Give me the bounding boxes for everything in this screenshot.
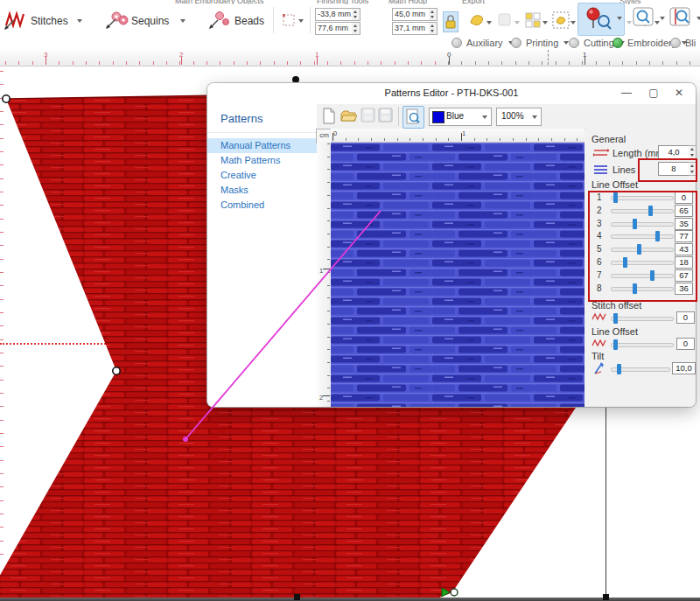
mode-status-icon [452, 38, 462, 48]
length-stepper[interactable] [689, 145, 696, 159]
node-edit-dropdown-icon[interactable] [298, 19, 304, 23]
machine-modes-bar: Auxiliary Printing Cutting Embroidery [0, 36, 700, 51]
selection-right-edge [606, 408, 606, 598]
sidebar-item[interactable]: Creative [207, 168, 317, 183]
pin-zoom-button[interactable] [578, 3, 625, 36]
mode-label: Auxiliary [466, 38, 503, 48]
size-height-stepper[interactable] [429, 22, 438, 35]
sidebar-item[interactable]: Masks [207, 183, 317, 198]
selection-corner-handle[interactable] [603, 594, 609, 600]
open-pattern-icon[interactable] [340, 108, 356, 124]
stitch-offset-slider[interactable] [611, 317, 674, 321]
beads-icon [208, 10, 233, 34]
sequins-icon [105, 10, 130, 34]
stitch-end-handle[interactable] [451, 589, 458, 596]
dialog-title-bar[interactable]: Patterns Editor - PTH-DKS-001 — ▢ ✕ [207, 83, 696, 105]
ruler-cursor-marker [548, 50, 549, 65]
preview-horizontal-ruler: 01 [331, 129, 584, 143]
position-y-stepper[interactable] [352, 22, 360, 35]
pattern-preview[interactable] [331, 143, 584, 407]
mode-status-icon [670, 38, 681, 48]
minimize-button[interactable]: — [613, 83, 640, 104]
preview-ruler-number: 1 [462, 129, 466, 137]
preview-vertical-ruler: 12 [317, 142, 332, 407]
line-offset2-icon [592, 339, 607, 349]
annotation-box-line-offset [588, 191, 697, 302]
node-handle[interactable] [3, 95, 10, 102]
machine-mode-toggle[interactable]: Bli [670, 36, 700, 50]
stitch-offset-field[interactable]: 0 [676, 311, 695, 324]
size-height-field[interactable]: 37,1 mm [392, 22, 430, 35]
line-offset2-section-label: Line Offset [592, 326, 638, 337]
node-edit-icon[interactable] [282, 13, 298, 31]
lines-label: Lines [612, 164, 635, 175]
mode-label: Bli [685, 38, 696, 48]
node-handle[interactable] [113, 367, 120, 374]
selection-top-handle[interactable] [292, 76, 299, 83]
slider-thumb[interactable] [613, 339, 618, 350]
stitches-dropdown-icon[interactable] [77, 19, 82, 23]
window-bottom-edge [0, 598, 700, 601]
machine-mode-toggle[interactable]: Printing [511, 36, 569, 50]
sequins-button[interactable]: Sequins [131, 15, 169, 27]
save-pattern-icon[interactable] [360, 108, 376, 124]
color-swatch-icon [432, 111, 444, 123]
app-window: Math Embroidery ObjectsFinishing ToolsMa… [0, 0, 700, 601]
length-field[interactable]: 4,0 [658, 145, 690, 159]
lines-icon [593, 164, 609, 177]
sidebar-header: Patterns [207, 104, 317, 133]
new-pattern-icon[interactable] [322, 108, 338, 124]
position-x-field[interactable]: -33,8 mm [315, 8, 354, 21]
tilt-slider[interactable] [611, 367, 670, 372]
position-y-field[interactable]: 77,6 mm [315, 22, 354, 35]
machine-mode-toggle[interactable]: Auxiliary [452, 36, 514, 50]
tilt-field[interactable]: 10,0 [672, 362, 696, 374]
selection-bottom-handle[interactable] [294, 594, 300, 600]
dialog-toolbar: Blue 100% [317, 104, 696, 129]
mode-label: Cutting [584, 38, 614, 48]
tilt-icon [592, 361, 606, 377]
lock-proportions-button[interactable] [443, 11, 458, 32]
stitches-icon [4, 10, 28, 34]
size-width-stepper[interactable] [429, 8, 438, 21]
mode-status-icon [569, 38, 579, 48]
line-offset2-slider[interactable] [611, 343, 674, 347]
sidebar-item[interactable]: Manual Patterns [207, 138, 317, 153]
mode-label: Embroidery [627, 38, 676, 48]
beads-button[interactable]: Beads [234, 15, 264, 27]
horizontal-ruler: 32101 [0, 50, 700, 66]
mode-status-icon [511, 38, 522, 48]
zoom-guides-icon[interactable] [668, 5, 698, 31]
patterns-sidebar: Patterns Manual PatternsMath PatternsCre… [207, 104, 318, 407]
mode-label: Printing [526, 38, 558, 48]
line-offset-section-label: Line Offset [592, 179, 638, 190]
zoom-select[interactable]: 100% [496, 108, 542, 126]
slider-thumb[interactable] [617, 364, 621, 374]
stitches-button[interactable]: Stitches [31, 15, 68, 27]
line-offset2-field[interactable]: 0 [676, 338, 695, 350]
sidebar-item[interactable]: Combined [207, 198, 317, 213]
stitch-length-icon [593, 148, 609, 160]
color-select[interactable]: Blue [429, 108, 492, 126]
general-section-label: General [592, 134, 626, 144]
annotation-box-lines [638, 158, 697, 182]
sidebar-item[interactable]: Math Patterns [207, 153, 317, 168]
maximize-button[interactable]: ▢ [640, 83, 667, 104]
slider-thumb[interactable] [613, 313, 618, 324]
close-button[interactable]: ✕ [666, 83, 692, 104]
sequins-dropdown-icon[interactable] [180, 19, 186, 23]
size-width-field[interactable]: 45,0 mm [392, 8, 430, 21]
stitch-offset-icon [592, 312, 607, 323]
preview-ruler-number: 0 [333, 129, 337, 137]
mode-status-icon [612, 38, 623, 48]
preview-toggle-button[interactable] [402, 106, 424, 129]
position-x-stepper[interactable] [352, 8, 360, 21]
save-as-pattern-icon[interactable] [378, 108, 394, 124]
tilt-section-label: Tilt [592, 351, 604, 361]
zoom-window-icon[interactable] [632, 5, 662, 31]
